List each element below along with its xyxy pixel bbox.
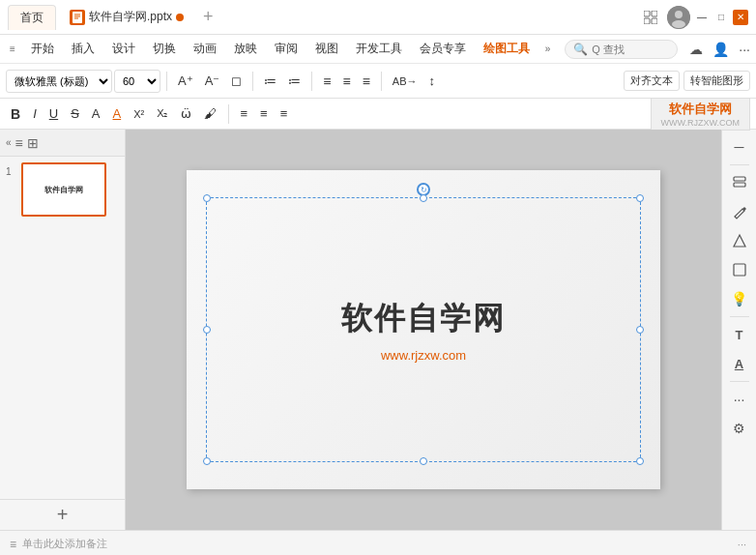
sidebar-textstyle-button[interactable]: A — [726, 350, 753, 377]
font-size-select[interactable]: 60 — [114, 70, 160, 93]
separator5 — [228, 104, 229, 124]
tab-review[interactable]: 审阅 — [267, 37, 305, 61]
slide-content: 软件自学网 www.rjzxw.com — [187, 170, 660, 489]
window-layout-icon — [644, 11, 657, 24]
panel-footer: + — [0, 499, 125, 530]
svg-point-7 — [672, 20, 685, 28]
canvas-area[interactable]: 软件自学网 www.rjzxw.com ↻ — [126, 130, 721, 530]
sidebar-settings-button[interactable]: ⚙ — [726, 415, 753, 442]
align2-right-button[interactable]: ≡ — [276, 102, 293, 126]
align2-center-button[interactable]: ≡ — [255, 102, 273, 126]
text-outline-button[interactable]: A — [87, 102, 105, 126]
special-char-button[interactable]: ω̈ — [176, 102, 196, 126]
italic-button[interactable]: I — [28, 102, 42, 126]
separator1 — [166, 72, 167, 91]
panel-header: « ≡ ⊞ — [0, 130, 125, 157]
watermark-url: WWW.RJZXW.COM — [661, 118, 740, 128]
restore-button[interactable]: □ — [713, 10, 729, 25]
text-direction-button[interactable]: AB→ — [388, 70, 422, 93]
thumb-image[interactable]: 软件自学网 — [21, 162, 106, 217]
svg-rect-11 — [734, 264, 745, 276]
thumb-title: 软件自学网 — [44, 185, 83, 195]
sidebar-shape-button[interactable] — [726, 227, 753, 254]
tab-insert[interactable]: 插入 — [64, 37, 102, 61]
strikethrough-button[interactable]: S — [66, 102, 84, 126]
notes-placeholder[interactable]: 单击此处添加备注 — [22, 537, 107, 551]
list-number-button[interactable]: ≔ — [283, 70, 305, 93]
user-icon[interactable]: 👤 — [711, 40, 731, 59]
list-bullet-button[interactable]: ≔ — [259, 70, 281, 93]
slide-number: 1 — [6, 166, 17, 177]
sidebar-minimize-button[interactable]: ─ — [726, 133, 753, 161]
outline-icon[interactable]: ≡ — [15, 135, 23, 151]
home-tab[interactable]: 首页 — [8, 5, 56, 30]
main-area: « ≡ ⊞ 1 软件自学网 + 软件自学网 www.rjzxw.com — [0, 130, 756, 530]
underline-button[interactable]: U — [44, 102, 63, 126]
watermark-area: 软件自学网 WWW.RJZXW.COM — [651, 98, 750, 131]
tab-slideshow[interactable]: 放映 — [226, 37, 265, 61]
slide-main-title[interactable]: 软件自学网 — [341, 298, 506, 340]
font-color-button[interactable]: A — [107, 102, 126, 126]
svg-rect-4 — [652, 18, 657, 24]
sidebar-frame-button[interactable] — [726, 256, 753, 283]
ribbon-collapse-button[interactable]: ≡ — [4, 40, 21, 58]
tab-drawing[interactable]: 绘图工具 — [476, 37, 538, 61]
notes-more-button[interactable]: ··· — [738, 539, 746, 550]
superscript-button[interactable]: X² — [129, 102, 149, 126]
font-name-select[interactable]: 微软雅黑 (标题) — [6, 70, 112, 93]
file-tab[interactable]: 软件自学网.pptx — [58, 5, 195, 29]
tab-developer[interactable]: 开发工具 — [348, 37, 410, 61]
align-left-button[interactable]: ≡ — [318, 70, 335, 93]
highlight-button[interactable]: 🖌 — [199, 102, 221, 126]
subscript-button[interactable]: X₂ — [152, 102, 172, 126]
titlebar: 首页 软件自学网.pptx + ─ □ ✕ — [0, 0, 756, 35]
sidebar-more-button[interactable]: ··· — [726, 386, 753, 413]
tab-design[interactable]: 设计 — [104, 37, 143, 61]
font-grow-button[interactable]: A⁺ — [173, 70, 198, 93]
slide-container: 软件自学网 www.rjzxw.com ↻ — [187, 170, 660, 489]
filename: 软件自学网.pptx — [89, 9, 172, 25]
sidebar-sep1 — [730, 164, 749, 165]
minimize-button[interactable]: ─ — [694, 10, 710, 25]
svg-rect-3 — [644, 18, 650, 24]
sidebar-pen-button[interactable] — [726, 198, 753, 225]
user-avatar[interactable] — [667, 6, 690, 29]
tab-member[interactable]: 会员专享 — [412, 37, 474, 61]
slide-thumbnail[interactable]: 1 软件自学网 — [6, 162, 119, 217]
watermark-title: 软件自学网 — [661, 101, 740, 118]
align-right-button[interactable]: ≡ — [358, 70, 375, 93]
font-shrink-button[interactable]: A⁻ — [200, 70, 225, 93]
ribbon-tabs: ≡ 开始 插入 设计 切换 动画 放映 审阅 视图 开发工具 会员专享 绘图工具… — [0, 35, 756, 64]
toolbar1-right: 对齐文本 转智能图形 — [624, 71, 750, 91]
add-tab-button[interactable]: + — [203, 7, 214, 27]
clear-format-button[interactable]: ◻ — [226, 70, 247, 93]
tab-animation[interactable]: 动画 — [186, 37, 224, 61]
slide-subtitle[interactable]: www.rjzxw.com — [381, 348, 466, 363]
slides-icon[interactable]: ⊞ — [27, 135, 39, 151]
search-input[interactable] — [592, 44, 669, 55]
ribbon-more-button[interactable]: » — [539, 40, 557, 58]
sidebar-layers-button[interactable] — [726, 169, 753, 196]
align-text-button[interactable]: 对齐文本 — [624, 71, 680, 91]
cloud-icon[interactable]: ☁ — [687, 40, 705, 59]
more-icon[interactable]: ··· — [737, 40, 752, 59]
sidebar-text-button[interactable]: T — [726, 321, 753, 348]
smart-shape-button[interactable]: 转智能图形 — [683, 71, 750, 91]
align-center-button[interactable]: ≡ — [338, 70, 356, 93]
separator2 — [252, 72, 253, 91]
align2-left-button[interactable]: ≡ — [236, 102, 253, 126]
toolbar1: 微软雅黑 (标题) 60 A⁺ A⁻ ◻ ≔ ≔ ≡ ≡ ≡ AB→ ↕ 对齐文… — [0, 64, 756, 99]
search-box[interactable]: 🔍 — [565, 40, 678, 59]
sidebar-idea-button[interactable]: 💡 — [726, 285, 753, 312]
tab-transition[interactable]: 切换 — [145, 37, 184, 61]
slide-panel: « ≡ ⊞ 1 软件自学网 + — [0, 130, 126, 530]
add-slide-button[interactable]: + — [57, 504, 69, 526]
tab-start[interactable]: 开始 — [23, 37, 62, 61]
bold-button[interactable]: B — [6, 102, 25, 126]
panel-toggle-button[interactable]: « — [6, 137, 12, 148]
notes-expand-icon[interactable]: ≡ — [10, 538, 16, 551]
sort-button[interactable]: ↕ — [424, 70, 441, 93]
window-controls: ─ □ ✕ — [644, 6, 748, 29]
close-button[interactable]: ✕ — [733, 10, 748, 25]
tab-view[interactable]: 视图 — [307, 37, 346, 61]
